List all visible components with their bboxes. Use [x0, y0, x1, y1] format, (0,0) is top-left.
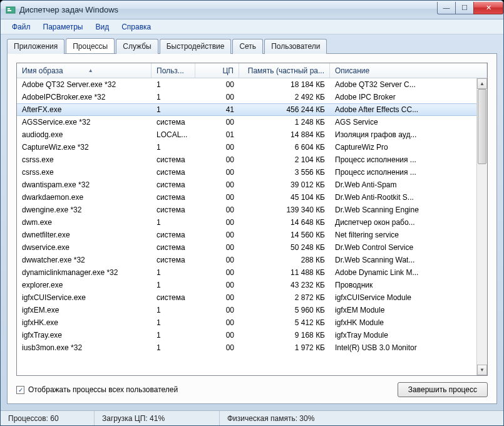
table-row[interactable]: dwwatcher.exe *32система00288 КБDr.Web S… [17, 254, 476, 266]
menu-file[interactable]: Файл [6, 21, 37, 33]
table-row[interactable]: AfterFX.exe141456 244 КБAdobe After Effe… [17, 103, 476, 116]
table-row[interactable]: dwnetfilter.exeсистема0014 560 КБNet fil… [17, 229, 476, 241]
table-row[interactable]: Adobe QT32 Server.exe *3210018 184 КБAdo… [17, 78, 476, 91]
process-memory: 43 232 КБ [239, 279, 330, 291]
list-body[interactable]: Adobe QT32 Server.exe *3210018 184 КБAdo… [17, 78, 476, 375]
table-row[interactable]: dwarkdaemon.exeсистема0045 104 КБDr.Web … [17, 191, 476, 204]
titlebar[interactable]: Диспетчер задач Windows — ☐ ✕ [1, 1, 503, 19]
process-cpu: 00 [195, 91, 239, 103]
process-name: dwm.exe [17, 217, 152, 228]
process-memory: 14 884 КБ [239, 129, 330, 140]
table-row[interactable]: dynamiclinkmanager.exe *3210011 488 КБAd… [17, 266, 476, 279]
process-description: Intel(R) USB 3.0 Monitor [330, 342, 476, 353]
process-user: система [152, 154, 195, 165]
window-title: Диспетчер задач Windows [19, 5, 438, 14]
scroll-down-button[interactable]: ▼ [477, 365, 487, 375]
col-description[interactable]: Описание [330, 63, 487, 78]
process-description: Процесс исполнения ... [330, 167, 476, 178]
process-memory: 3 556 КБ [239, 167, 330, 178]
tab-users[interactable]: Пользователи [264, 39, 327, 54]
process-memory: 1 248 КБ [239, 117, 330, 128]
table-row[interactable]: igfxTray.exe1009 168 КБigfxTray Module [17, 329, 476, 341]
process-user: система [152, 179, 195, 190]
show-all-users-checkbox[interactable]: ✓ [16, 386, 24, 394]
process-cpu: 00 [195, 217, 239, 228]
tab-performance[interactable]: Быстродействие [160, 39, 232, 54]
process-user: 1 [152, 317, 195, 328]
process-name: explorer.exe [17, 279, 152, 291]
process-memory: 14 560 КБ [239, 229, 330, 241]
table-row[interactable]: igfxEM.exe1005 960 КБigfxEM Module [17, 304, 476, 316]
process-user: система [152, 254, 195, 266]
table-row[interactable]: CaptureWiz.exe *321006 604 КБCaptureWiz … [17, 141, 476, 153]
process-memory: 11 488 КБ [239, 267, 330, 278]
scroll-track[interactable] [477, 89, 487, 365]
col-user[interactable]: Польз... [152, 63, 195, 78]
process-name: dynamiclinkmanager.exe *32 [17, 267, 152, 278]
tab-applications[interactable]: Приложения [7, 39, 64, 54]
maximize-button[interactable]: ☐ [455, 2, 474, 14]
scroll-thumb[interactable] [478, 89, 486, 164]
process-user: 1 [152, 330, 195, 341]
menu-options[interactable]: Параметры [37, 21, 90, 33]
process-cpu: 00 [195, 117, 239, 128]
table-row[interactable]: audiodg.exeLOCAL...0114 884 КБИзоляция г… [17, 128, 476, 141]
table-row[interactable]: AGSService.exe *32система001 248 КБAGS S… [17, 116, 476, 128]
process-memory: 456 244 КБ [239, 104, 330, 115]
minimize-button[interactable]: — [437, 2, 456, 14]
end-process-button[interactable]: Завершить процесс [398, 382, 488, 397]
close-button[interactable]: ✕ [473, 2, 503, 14]
bottom-row: ✓ Отображать процессы всех пользователей… [16, 382, 488, 397]
process-memory: 2 492 КБ [239, 91, 330, 103]
col-image-name[interactable]: Имя образа▲ [17, 63, 152, 78]
tab-services[interactable]: Службы [116, 39, 158, 54]
process-description: Диспетчер окон рабо... [330, 217, 476, 228]
process-description: CaptureWiz Pro [330, 142, 476, 153]
process-description: igfxHK Module [330, 317, 476, 328]
table-row[interactable]: dwengine.exe *32система00139 340 КБDr.We… [17, 204, 476, 216]
process-name: CaptureWiz.exe *32 [17, 142, 152, 153]
table-row[interactable]: iusb3mon.exe *321001 972 КБIntel(R) USB … [17, 341, 476, 354]
process-user: 1 [152, 279, 195, 291]
vertical-scrollbar[interactable]: ▲ ▼ [476, 78, 487, 375]
col-cpu[interactable]: ЦП [195, 63, 239, 78]
tab-network[interactable]: Сеть [232, 39, 263, 54]
menu-view[interactable]: Вид [89, 21, 115, 33]
show-all-users-row[interactable]: ✓ Отображать процессы всех пользователей [16, 385, 398, 394]
table-row[interactable]: dwantispam.exe *32система0039 012 КБDr.W… [17, 179, 476, 191]
process-description: Dr.Web Scanning Wat... [330, 254, 476, 266]
process-cpu: 00 [195, 204, 239, 216]
table-row[interactable]: csrss.exeсистема003 556 КБПроцесс исполн… [17, 166, 476, 179]
app-icon [6, 5, 16, 15]
table-row[interactable]: dwm.exe10014 648 КБДиспетчер окон рабо..… [17, 216, 476, 229]
process-memory: 139 340 КБ [239, 204, 330, 216]
table-row[interactable]: csrss.exeсистема002 104 КБПроцесс исполн… [17, 153, 476, 166]
process-cpu: 01 [195, 129, 239, 140]
process-name: igfxHK.exe [17, 317, 152, 328]
process-cpu: 00 [195, 317, 239, 328]
process-name: iusb3mon.exe *32 [17, 342, 152, 353]
process-cpu: 00 [195, 167, 239, 178]
table-row[interactable]: igfxHK.exe1005 412 КБigfxHK Module [17, 316, 476, 329]
process-description: Dr.Web Control Service [330, 242, 476, 253]
sort-arrow-icon: ▲ [88, 68, 93, 73]
process-user: 1 [152, 91, 195, 103]
table-row[interactable]: igfxCUIService.exeсистема002 872 КБigfxC… [17, 291, 476, 304]
process-memory: 5 412 КБ [239, 317, 330, 328]
table-row[interactable]: AdobeIPCBroker.exe *321002 492 КБAdobe I… [17, 91, 476, 103]
process-description: Dr.Web Anti-Spam [330, 179, 476, 190]
process-description: Net filtering service [330, 229, 476, 241]
process-description: Dr.Web Anti-Rootkit S... [330, 192, 476, 203]
process-description: AGS Service [330, 117, 476, 128]
col-memory[interactable]: Память (частный ра... [239, 63, 330, 78]
process-user: система [152, 192, 195, 203]
show-all-users-label: Отображать процессы всех пользователей [28, 385, 178, 394]
tab-panel: Имя образа▲ Польз... ЦП Память (частный … [7, 53, 497, 404]
process-description: Adobe QT32 Server C... [330, 79, 476, 90]
menu-help[interactable]: Справка [115, 21, 157, 33]
scroll-up-button[interactable]: ▲ [477, 78, 487, 89]
table-row[interactable]: dwservice.exeсистема0050 248 КБDr.Web Co… [17, 241, 476, 254]
tab-processes[interactable]: Процессы [66, 38, 115, 53]
table-row[interactable]: explorer.exe10043 232 КБПроводник [17, 279, 476, 291]
statusbar: Процессов: 60 Загрузка ЦП: 41% Физическа… [1, 410, 503, 425]
